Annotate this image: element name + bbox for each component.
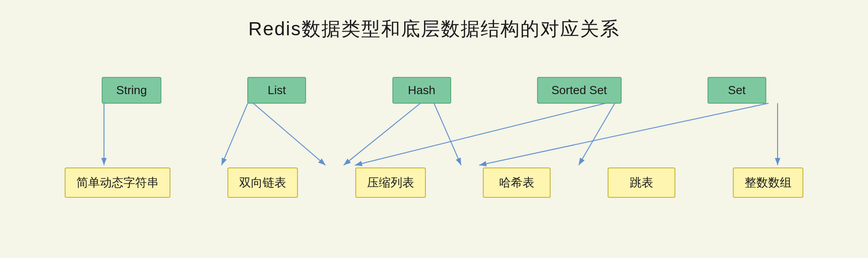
svg-line-7	[579, 103, 615, 165]
diagram-area: String List Hash Sorted Set Set 简单动态字符串 …	[0, 68, 868, 249]
svg-line-2	[222, 103, 248, 165]
node-intset: 整数数组	[733, 167, 803, 198]
node-ziplist: 压缩列表	[355, 167, 426, 198]
node-hash: Hash	[392, 77, 451, 104]
node-sorted-set: Sorted Set	[537, 77, 622, 104]
page-title: Redis数据类型和底层数据结构的对应关系	[0, 0, 868, 42]
node-sds: 简单动态字符串	[65, 167, 170, 198]
node-string: String	[102, 77, 161, 104]
svg-line-6	[355, 103, 606, 165]
svg-line-3	[253, 103, 326, 165]
svg-line-4	[344, 103, 420, 165]
svg-line-8	[479, 103, 769, 165]
node-linkedlist: 双向链表	[227, 167, 298, 198]
node-list: List	[247, 77, 306, 104]
bottom-nodes-row: 简单动态字符串 双向链表 压缩列表 哈希表 跳表 整数数组	[0, 167, 868, 198]
node-hashtable: 哈希表	[483, 167, 551, 198]
main-container: Redis数据类型和底层数据结构的对应关系	[0, 0, 868, 258]
top-nodes-row: String List Hash Sorted Set Set	[0, 77, 868, 104]
node-set: Set	[708, 77, 766, 104]
svg-line-5	[434, 103, 461, 165]
node-skiplist: 跳表	[608, 167, 675, 198]
